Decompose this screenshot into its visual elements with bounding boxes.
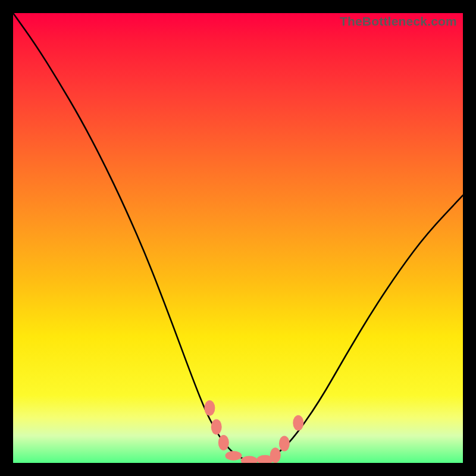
- curve-overlay: [13, 13, 463, 463]
- marker-point: [225, 451, 242, 461]
- marker-point: [218, 435, 229, 450]
- marker-point: [293, 415, 303, 431]
- marker-point: [211, 419, 222, 435]
- bottleneck-curve: [13, 13, 463, 461]
- marker-point: [279, 436, 290, 451]
- marker-point: [204, 400, 215, 416]
- marker-point: [241, 456, 258, 463]
- chart-frame: TheBottleneck.com: [0, 0, 476, 476]
- marker-point: [270, 447, 281, 463]
- plot-area: TheBottleneck.com: [13, 13, 463, 463]
- curve-markers: [204, 400, 303, 463]
